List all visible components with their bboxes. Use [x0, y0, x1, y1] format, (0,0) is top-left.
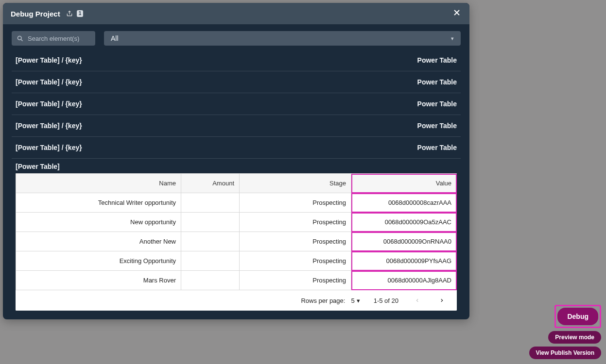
next-page-button[interactable] — [436, 296, 447, 305]
cell-stage: Prospecting — [240, 251, 351, 271]
list-item-label: [Power Table] / {key} — [16, 144, 82, 151]
list-item-type: Power Table — [417, 122, 457, 130]
cell-value: 0068d000008cazrAAA — [351, 193, 457, 213]
rows-per-page-label: Rows per page: — [301, 297, 345, 304]
cell-amount — [181, 232, 240, 251]
cell-amount — [181, 193, 240, 213]
list-item-label: [Power Table] / {key} — [16, 122, 82, 130]
list-item[interactable]: [Power Table] / {key} Power Table — [12, 50, 461, 71]
cell-stage: Prospecting — [240, 271, 351, 290]
list-item-type: Power Table — [417, 56, 457, 64]
cell-name: Another New — [16, 232, 181, 251]
caret-down-icon: ▾ — [357, 297, 360, 304]
cell-amount — [181, 271, 240, 290]
debug-modal: Debug Project 1 All ▾ [Power — [3, 3, 469, 319]
cell-name: Mars Rover — [16, 271, 181, 290]
filter-select[interactable]: All ▾ — [104, 31, 461, 46]
list-item-type: Power Table — [417, 100, 457, 108]
rows-per-page-value: 5 — [351, 297, 354, 304]
element-list: [Power Table] / {key} Power Table [Power… — [3, 50, 469, 319]
cell-value: 0068d000009PYfsAAG — [351, 251, 457, 271]
preview-mode-button[interactable]: Preview mode — [548, 331, 601, 344]
chevron-down-icon: ▾ — [451, 35, 454, 42]
list-item-label: [Power Table] / {key} — [16, 56, 82, 64]
table-section: [Power Table] Name Amount Stage Value Te… — [12, 159, 461, 311]
cell-value: 0068d000009Oa5zAAC — [351, 213, 457, 232]
col-amount[interactable]: Amount — [181, 174, 240, 193]
cell-name: Technical Writer opportunity — [16, 193, 181, 213]
table-footer: Rows per page: 5 ▾ 1-5 of 20 — [16, 290, 457, 311]
modal-title: Debug Project — [11, 10, 60, 18]
list-item[interactable]: [Power Table] / {key} Power Table — [12, 115, 461, 137]
cell-stage: Prospecting — [240, 232, 351, 251]
table-header-row: Name Amount Stage Value — [16, 174, 457, 193]
cell-value: 0068d000009OnRNAA0 — [351, 232, 457, 251]
table-row[interactable]: Exciting Opportunity Prospecting 0068d00… — [16, 251, 457, 271]
cell-value: 0068d00000AJlg8AAD — [351, 271, 457, 290]
prev-page-button[interactable] — [412, 296, 423, 305]
list-item-label: [Power Table] / {key} — [16, 78, 82, 86]
table-row[interactable]: New opportunity Prospecting 0068d000009O… — [16, 213, 457, 232]
cell-name: New opportunity — [16, 213, 181, 232]
list-item-type: Power Table — [417, 144, 457, 151]
cell-stage: Prospecting — [240, 213, 351, 232]
cell-name: Exciting Opportunity — [16, 251, 181, 271]
list-item-type: Power Table — [417, 78, 457, 86]
table-row[interactable]: Mars Rover Prospecting 0068d00000AJlg8AA… — [16, 271, 457, 290]
table-row[interactable]: Another New Prospecting 0068d000009OnRNA… — [16, 232, 457, 251]
search-input[interactable] — [28, 35, 90, 42]
table-title: [Power Table] — [16, 163, 457, 173]
table-row[interactable]: Technical Writer opportunity Prospecting… — [16, 193, 457, 213]
search-box[interactable] — [12, 31, 95, 46]
list-item[interactable]: [Power Table] / {key} Power Table — [12, 137, 461, 159]
close-icon[interactable] — [452, 8, 462, 19]
share-icon[interactable] — [66, 10, 73, 17]
modal-toolbar: All ▾ — [3, 24, 469, 50]
filter-value: All — [111, 34, 119, 42]
svg-point-0 — [18, 36, 22, 40]
list-item[interactable]: [Power Table] / {key} Power Table — [12, 93, 461, 115]
debug-button[interactable]: Debug — [557, 308, 598, 325]
rows-per-page-select[interactable]: 5 ▾ — [351, 297, 360, 304]
cell-amount — [181, 213, 240, 232]
list-item-label: [Power Table] / {key} — [16, 100, 82, 108]
share-count-badge: 1 — [77, 10, 84, 17]
modal-header: Debug Project 1 — [3, 3, 469, 24]
data-table: Name Amount Stage Value Technical Writer… — [16, 173, 457, 311]
search-icon — [17, 35, 24, 42]
floating-actions: Debug Preview mode View Publish Version — [529, 305, 602, 359]
debug-button-highlight: Debug — [554, 305, 601, 328]
list-item[interactable]: [Power Table] / {key} Power Table — [12, 71, 461, 93]
col-name[interactable]: Name — [16, 174, 181, 193]
view-publish-button[interactable]: View Publish Version — [529, 347, 602, 359]
page-range: 1-5 of 20 — [374, 297, 398, 304]
cell-stage: Prospecting — [240, 193, 351, 213]
cell-amount — [181, 251, 240, 271]
col-value[interactable]: Value — [351, 174, 457, 193]
col-stage[interactable]: Stage — [240, 174, 351, 193]
